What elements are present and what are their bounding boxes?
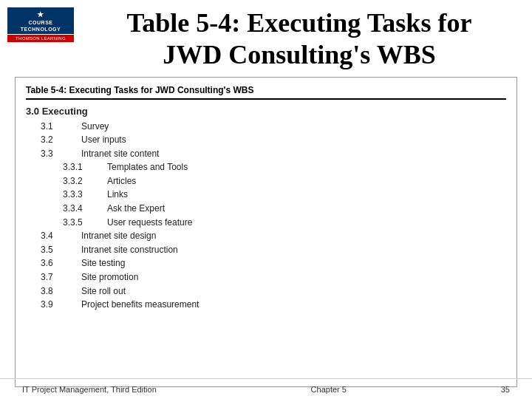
footer-center: Chapter 5: [311, 385, 347, 394]
wbs-item: 3.1Survey: [26, 120, 506, 134]
wbs-label: Site roll out: [81, 284, 126, 299]
wbs-label: Intranet site construction: [81, 243, 178, 257]
table-title: Table 5-4: Executing Tasks for JWD Consu…: [26, 85, 506, 100]
logo-line3: THOMSON LEARNING: [7, 35, 74, 42]
wbs-label: Site promotion: [81, 270, 138, 284]
wbs-item: 3.3.5User requests feature: [26, 216, 506, 230]
wbs-label: Articles: [107, 174, 136, 188]
wbs-label: Project benefits measurement: [81, 298, 199, 312]
wbs-label: Survey: [81, 120, 109, 134]
wbs-number: 3.7: [41, 270, 81, 284]
wbs-label: Templates and Tools: [107, 160, 188, 174]
logo-area: ★ COURSE TECHNOLOGY THOMSON LEARNING: [7, 7, 74, 42]
slide-title-area: Table 5-4: Executing Tasks for JWD Consu…: [81, 7, 517, 71]
wbs-item: 3.7Site promotion: [26, 270, 506, 284]
wbs-item: 3.3.4Ask the Expert: [26, 202, 506, 216]
wbs-item: 3.2User inputs: [26, 133, 506, 147]
wbs-item: 3.0 Executing: [26, 104, 506, 119]
wbs-item: 3.6Site testing: [26, 256, 506, 270]
wbs-number: 3.3.5: [63, 216, 107, 230]
wbs-list: 3.0 Executing3.1Survey3.2User inputs3.3I…: [26, 104, 506, 311]
wbs-label: Links: [107, 188, 128, 202]
footer-right: 35: [501, 385, 510, 394]
wbs-number: 3.4: [41, 229, 81, 243]
wbs-item: 3.9Project benefits measurement: [26, 298, 506, 312]
wbs-label: User requests feature: [107, 216, 192, 230]
wbs-number: 3.3.2: [63, 174, 107, 188]
wbs-number: 3.9: [41, 298, 81, 312]
wbs-item: 3.8Site roll out: [26, 284, 506, 299]
wbs-item: 3.5Intranet site construction: [26, 243, 506, 257]
wbs-number: 3.3.3: [63, 188, 107, 202]
wbs-label: User inputs: [81, 133, 126, 147]
slide-title: Table 5-4: Executing Tasks for JWD Consu…: [81, 7, 517, 71]
wbs-label: Intranet site design: [81, 229, 156, 243]
wbs-number: 3.1: [41, 120, 81, 134]
wbs-number: 3.6: [41, 256, 81, 270]
logo-line1: COURSE: [10, 19, 71, 26]
logo-box: ★ COURSE TECHNOLOGY: [7, 7, 74, 34]
wbs-item: 3.3Intranet site content: [26, 147, 506, 161]
title-line2: JWD Consulting's WBS: [163, 40, 435, 69]
wbs-number: 3.3.1: [63, 160, 107, 174]
wbs-item: 3.4Intranet site design: [26, 229, 506, 243]
wbs-item: 3.3.3Links: [26, 188, 506, 202]
wbs-number: 3.5: [41, 243, 81, 257]
title-line1: Table 5-4: Executing Tasks for: [127, 8, 472, 38]
wbs-number: 3.3: [41, 147, 81, 161]
slide-footer: IT Project Management, Third Edition Cha…: [0, 378, 532, 399]
wbs-number: 3.0 Executing: [26, 104, 88, 119]
content-area: Table 5-4: Executing Tasks for JWD Consu…: [15, 77, 517, 387]
wbs-label: Intranet site content: [81, 147, 159, 161]
wbs-label: Ask the Expert: [107, 202, 165, 216]
wbs-item: 3.3.2Articles: [26, 174, 506, 188]
footer-left: IT Project Management, Third Edition: [22, 385, 157, 394]
logo-line2: TECHNOLOGY: [10, 26, 71, 33]
wbs-label: Site testing: [81, 256, 125, 270]
wbs-number: 3.3.4: [63, 202, 107, 216]
wbs-number: 3.2: [41, 133, 81, 147]
wbs-number: 3.8: [41, 284, 81, 299]
slide-header: ★ COURSE TECHNOLOGY THOMSON LEARNING Tab…: [0, 0, 532, 77]
wbs-item: 3.3.1Templates and Tools: [26, 160, 506, 174]
